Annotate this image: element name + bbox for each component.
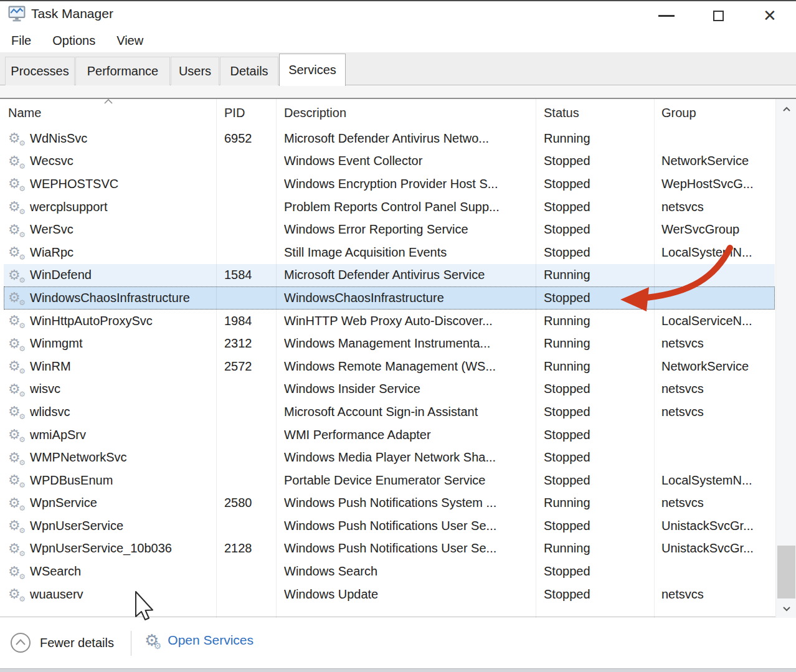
column-header-group[interactable]: Group [661, 99, 696, 127]
column-divider [654, 99, 655, 618]
table-row[interactable]: ⚙ WpnUserService Windows Push Notificati… [0, 514, 775, 537]
tab-processes[interactable]: Processes [5, 57, 75, 85]
sort-ascending-icon [103, 98, 113, 105]
service-description: WindowsChaosInfrastructure [284, 286, 534, 310]
service-name: wercplsupport [30, 200, 108, 214]
service-group [661, 286, 774, 310]
service-pid [224, 424, 274, 447]
table-row[interactable]: ⚙ WPDBusEnum Portable Device Enumerator … [0, 469, 775, 492]
service-pid: 6952 [224, 127, 274, 150]
service-pid [224, 150, 274, 173]
table-row[interactable]: ⚙ wisvc Windows Insider Service Stopped … [0, 378, 775, 401]
service-group: NetworkService [661, 355, 774, 378]
service-status: Stopped [544, 218, 651, 241]
service-pid: 1584 [224, 264, 274, 287]
fewer-details-label: Fewer details [40, 636, 114, 650]
service-name: WEPHOSTSVC [30, 177, 118, 191]
title-bar: Task Manager ✕ [0, 2, 796, 29]
service-description: Portable Device Enumerator Service [284, 469, 534, 492]
table-header: Name PID Description Status Group [0, 99, 775, 127]
table-row[interactable]: ⚙ WEPHOSTSVC Windows Encryption Provider… [0, 173, 775, 196]
service-status: Stopped [544, 424, 651, 447]
service-name: WindowsChaosInfrastructure [30, 291, 190, 305]
table-row[interactable]: ⚙ wlidsvc Microsoft Account Sign-in Assi… [0, 400, 775, 424]
tab-details[interactable]: Details [220, 57, 278, 85]
column-divider [216, 99, 217, 618]
open-services-link[interactable]: ⚙ Open Services [145, 632, 253, 648]
chevron-up-icon [782, 105, 792, 113]
service-name: WpnUserService [30, 519, 123, 533]
service-pid [224, 196, 274, 219]
table-row[interactable]: ⚙ WinRM 2572 Windows Remote Management (… [0, 355, 775, 378]
menu-view[interactable]: View [113, 31, 147, 50]
maximize-button[interactable] [698, 2, 739, 29]
service-name: WerSvc [30, 222, 73, 237]
scroll-up-button[interactable] [776, 99, 796, 118]
service-group: LocalServiceN... [661, 310, 774, 333]
service-name: WSearch [30, 564, 81, 579]
service-pid: 2312 [224, 332, 274, 355]
service-group: UnistackSvcGr... [661, 514, 774, 537]
service-gear-icon: ⚙ [8, 291, 24, 305]
table-row[interactable]: ⚙ wuauserv Windows Update Stopped netsvc… [0, 583, 775, 606]
service-description: Windows Event Collector [284, 150, 534, 173]
column-header-pid[interactable]: PID [224, 99, 245, 127]
service-status: Stopped [544, 286, 651, 310]
service-description: Windows Error Reporting Service [284, 218, 534, 241]
table-row[interactable]: ⚙ WinDefend 1584 Microsoft Defender Anti… [0, 264, 775, 287]
table-row[interactable]: ⚙ Winmgmt 2312 Windows Management Instru… [0, 332, 775, 355]
close-button[interactable]: ✕ [749, 2, 790, 29]
table-row[interactable]: ⚙ WSearch Windows Search Stopped [0, 560, 775, 583]
window-title: Task Manager [31, 6, 113, 21]
scrollbar-thumb[interactable] [777, 546, 795, 599]
scroll-down-button[interactable] [776, 599, 796, 618]
service-gear-icon: ⚙ [8, 473, 24, 487]
service-pid [224, 241, 274, 264]
column-header-name[interactable]: Name [8, 99, 41, 127]
service-group: UnistackSvcGr... [661, 537, 774, 561]
service-description: Windows Insider Service [284, 378, 534, 401]
service-gear-icon: ⚙ [8, 223, 24, 237]
service-description: Problem Reports Control Panel Supp... [284, 196, 534, 219]
service-name: Winmgmt [30, 336, 82, 351]
service-pid [224, 583, 274, 606]
column-header-description[interactable]: Description [284, 99, 346, 127]
table-row[interactable]: ⚙ WiaRpc Still Image Acquisition Events … [0, 241, 775, 264]
service-description: WinHTTP Web Proxy Auto-Discover... [284, 310, 534, 333]
service-group [661, 446, 774, 469]
service-description: Windows Push Notifications User Se... [284, 537, 534, 561]
service-pid [224, 286, 274, 310]
table-row[interactable]: ⚙ Wecsvc Windows Event Collector Stopped… [0, 150, 775, 173]
minimize-button[interactable] [646, 2, 687, 29]
fewer-details-button[interactable]: Fewer details [10, 632, 114, 653]
service-gear-icon: ⚙ [8, 154, 24, 168]
service-status: Stopped [544, 173, 651, 196]
maximize-icon [713, 11, 724, 21]
table-row[interactable]: ⚙ WpnService 2580 Windows Push Notificat… [0, 492, 775, 515]
table-row[interactable]: ⚙ WMPNetworkSvc Windows Media Player Net… [0, 446, 775, 469]
table-row[interactable]: ⚙ WinHttpAutoProxySvc 1984 WinHTTP Web P… [0, 310, 775, 333]
menu-options[interactable]: Options [49, 31, 99, 50]
service-name: WpnService [30, 496, 97, 510]
table-row[interactable]: ⚙ wercplsupport Problem Reports Control … [0, 196, 775, 219]
tab-services[interactable]: Services [279, 54, 346, 86]
window-bottom-edge [0, 668, 796, 672]
table-row[interactable]: ⚙ WindowsChaosInfrastructure WindowsChao… [0, 286, 775, 310]
table-row[interactable]: ⚙ WdNisSvc 6952 Microsoft Defender Antiv… [0, 127, 775, 150]
service-group: netsvcs [661, 196, 774, 219]
table-row[interactable]: ⚙ wmiApSrv WMI Performance Adapter Stopp… [0, 424, 775, 447]
tab-users[interactable]: Users [171, 57, 219, 85]
service-group: netsvcs [661, 492, 774, 515]
service-group: netsvcs [661, 400, 774, 424]
table-row[interactable]: ⚙ WerSvc Windows Error Reporting Service… [0, 218, 775, 241]
column-header-status[interactable]: Status [544, 99, 579, 127]
tab-performance[interactable]: Performance [75, 57, 170, 85]
service-group: netsvcs [661, 583, 774, 606]
service-status: Stopped [544, 241, 651, 264]
open-services-label: Open Services [168, 633, 253, 648]
vertical-scrollbar[interactable] [775, 99, 796, 618]
service-pid: 2580 [224, 492, 274, 515]
table-row[interactable]: ⚙ WpnUserService_10b036 2128 Windows Pus… [0, 537, 775, 561]
service-gear-icon: ⚙ [8, 542, 24, 556]
menu-file[interactable]: File [7, 31, 35, 50]
